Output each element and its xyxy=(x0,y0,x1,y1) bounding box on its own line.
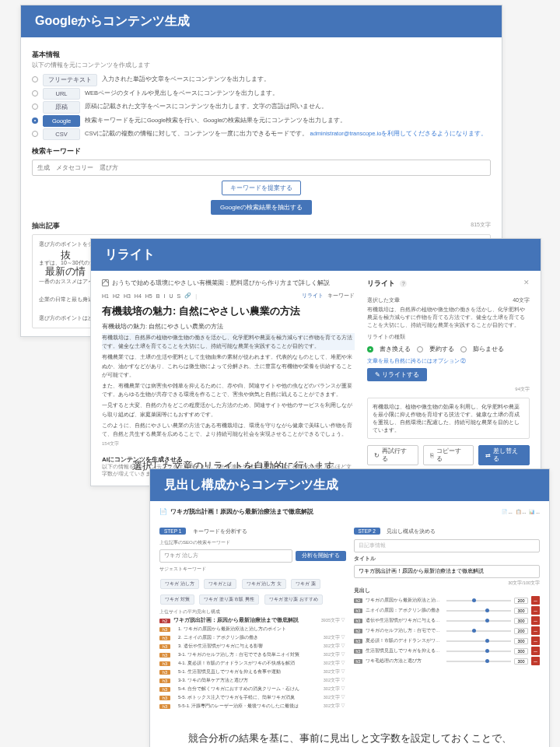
help-icon[interactable]: ? xyxy=(400,280,407,287)
tab-freetext[interactable]: フリーテキスト xyxy=(43,74,97,86)
btn-copy[interactable]: ⎘ コピーする xyxy=(423,445,474,465)
hint-input[interactable]: 目記事情報 xyxy=(354,539,541,552)
article-p3[interactable]: また、有機農業では病害虫や雑草を抑えるために、赤や白、関連サイトや他の虫などのバ… xyxy=(102,381,355,398)
document-title[interactable]: おうちで始める環境にやさしい有機菜園：肥料選びから作り方まで詳しく解説 xyxy=(112,279,330,287)
tb-keyword-label[interactable]: キーワード xyxy=(327,292,355,300)
mode-label: リライトの種類 xyxy=(367,333,530,341)
btn-extract-results[interactable]: Googleの検索結果を抽出する xyxy=(211,200,312,215)
mode-expand[interactable]: 膨らませる xyxy=(473,345,504,353)
slider-value[interactable]: 300 xyxy=(514,638,528,644)
tb-h3[interactable]: H3 xyxy=(124,293,131,299)
heading-title: 3. 遺伝や生活習慣がワキガに与える影響 xyxy=(173,643,320,650)
heading-row[interactable]: h3 2. ニオイの原因：アポクリン腺の働き 302文字 ▽ xyxy=(159,634,346,641)
heading-row[interactable]: h3 4-1. 夏必須！市販のデオドランスがワキの不快感を解消 302文字 ▽ xyxy=(159,660,346,667)
tb-italic[interactable]: I xyxy=(163,293,165,299)
btn-suggest-keywords[interactable]: キーワードを提案する xyxy=(222,181,301,195)
wizard-title[interactable]: ワキガ脱出計画！原因から最新治療法まで徹底解説 xyxy=(170,507,313,516)
radio-summarize-mode[interactable] xyxy=(417,346,423,352)
delete-icon[interactable]: – xyxy=(531,647,540,655)
article-sub-heading[interactable]: 有機栽培の魅力: 自然にやさしい農業の方法 xyxy=(102,323,355,331)
radio-freetext[interactable] xyxy=(32,76,38,82)
tb-bold[interactable]: B xyxy=(156,293,160,299)
article-p5[interactable]: このように、自然にやさしい農業の方法である有機栽培は、環境を守りながら健康で美味… xyxy=(102,421,355,438)
close-icon[interactable]: ✕ xyxy=(523,279,530,286)
slider-track[interactable] xyxy=(446,630,511,632)
heading-row[interactable]: h3 3. 遺伝や生活習慣がワキガに与える影響 302文字 ▽ xyxy=(159,643,346,650)
mode-rewrite[interactable]: 書き換える xyxy=(380,345,411,353)
tab-csv[interactable]: CSV xyxy=(43,128,80,140)
title-input[interactable]: ワキガ脱出計画！原因から最新治療法まで徹底解説 xyxy=(354,565,541,578)
chip[interactable]: ワキガ 薬 xyxy=(291,579,320,589)
delete-icon[interactable]: – xyxy=(531,606,540,615)
wiz-icon-2[interactable]: 📋 ... xyxy=(516,509,527,514)
article-p2[interactable]: 有機農業では、土壌の生活や肥料として生物由来の素材が使われます。代表的なものとし… xyxy=(102,352,355,379)
heading-row[interactable]: h3 5-5. ボトックス注入でワキガを手軽に、簡単ワキガ消臭 302文字 ▽ xyxy=(159,694,346,701)
radio-rewrite-mode[interactable] xyxy=(367,346,373,352)
chip[interactable]: ワキガとは xyxy=(204,579,236,589)
slider-title: 遺伝や生活習慣がワキガに与える影響 xyxy=(366,618,443,623)
heading-row[interactable]: h3 3-1. ワキガのセルフ治し方：自宅でできる簡単ニオイ対策 302文字 ▽ xyxy=(159,651,346,658)
tb-h1[interactable]: H1 xyxy=(102,293,109,299)
btn-retry[interactable]: ↻ 再試行する xyxy=(367,445,418,465)
slider-track[interactable] xyxy=(446,640,511,642)
slider-value[interactable]: 300 xyxy=(514,648,528,654)
delete-icon[interactable]: – xyxy=(531,637,540,645)
chip[interactable]: ワキガ 治し方 女 xyxy=(242,579,286,589)
heading-row[interactable]: h2 ワキガ脱出計画：原因から最新治療法まで徹底解説 3935文字 ▽ xyxy=(159,617,346,624)
delete-icon[interactable]: – xyxy=(531,626,540,635)
wiz-icon-3[interactable]: 📊 ... xyxy=(529,509,540,514)
slider-track[interactable] xyxy=(446,600,511,601)
slider-track[interactable] xyxy=(446,661,511,662)
tab-google[interactable]: Google xyxy=(43,115,80,127)
article-p4[interactable]: 一見すると大変、自然の力をどこの程度活かした方法のため、関連サイトや他のサービス… xyxy=(102,401,355,418)
pencil-icon xyxy=(102,279,109,286)
slider-value[interactable]: 200 xyxy=(514,628,528,634)
chip[interactable]: ワキガ 塗り薬 おすすめ xyxy=(264,594,323,605)
heading-row[interactable]: h3 5-4. 自分で解くワキガにおすすめの消臭クリーム・石けん 302文字 ▽ xyxy=(159,686,346,693)
tb-h2[interactable]: H2 xyxy=(113,293,120,299)
heading-row[interactable]: h3 1. ワキガの原因から最新治療法と治し方のポイント xyxy=(159,626,346,633)
btn-do-rewrite[interactable]: ✎ リライトする xyxy=(367,368,427,381)
delete-icon[interactable]: – xyxy=(531,596,540,605)
slider-value[interactable]: 300 xyxy=(514,658,528,665)
tb-link-icon[interactable]: 🔗 xyxy=(184,293,191,299)
article-p1-selected[interactable]: 有機栽培は、自然界の植物や微生物の働きを活かし、化学肥料や農薬を極力減らすに作物… xyxy=(102,333,355,350)
radio-csv[interactable] xyxy=(32,131,38,137)
kw-input[interactable]: 生成 メタセコリー 選び方 xyxy=(32,160,491,176)
tb-h4[interactable]: H4 xyxy=(135,293,142,299)
delete-icon[interactable]: – xyxy=(531,657,540,665)
tb-underline[interactable]: U xyxy=(169,293,173,299)
slider-track[interactable] xyxy=(446,620,511,622)
chip[interactable]: ワキガ 治し方 xyxy=(160,579,199,589)
tb-h5[interactable]: H5 xyxy=(145,293,152,299)
option-link[interactable]: 文章を最も自然に誇るにはオプション ② xyxy=(367,358,530,365)
article-main-heading[interactable]: 有機栽培の魅力: 自然にやさしい農業の方法 xyxy=(102,304,355,318)
tab-url[interactable]: URL xyxy=(43,88,80,100)
csv-email-link[interactable]: administrator@transcope.ioを利用してくださるようになり… xyxy=(310,130,488,137)
radio-url[interactable] xyxy=(32,90,38,96)
generated-text-box[interactable]: 有機栽培は、植物や微生物の効果を利用し、化学肥料や農薬を最小限に抑え作物を育培す… xyxy=(367,398,530,439)
btn-replace[interactable]: ⇄ 差し替える xyxy=(478,445,530,465)
slider-value[interactable]: 300 xyxy=(514,608,528,614)
heading-row[interactable]: h3 3-3. ワキの簡単ケア方法と選び方 302文字 ▽ xyxy=(159,677,346,684)
slider-value[interactable]: 300 xyxy=(514,618,528,624)
delete-icon[interactable]: – xyxy=(531,616,540,625)
kw-input-field[interactable]: ワキガ 治し方 xyxy=(159,549,292,563)
radio-google[interactable] xyxy=(32,117,38,124)
slider-track[interactable] xyxy=(446,651,511,652)
btn-analyze[interactable]: 分析を開始する xyxy=(296,551,346,561)
tb-strike[interactable]: S xyxy=(177,293,180,299)
heading-row[interactable]: h3 5-5-1. 汗腺専門のレーザー治療・最後ワキのしたに最後は 302文字 … xyxy=(159,703,346,710)
wiz-icon-1[interactable]: 📄 ... xyxy=(502,509,513,514)
heading-tag: h2 xyxy=(159,619,170,623)
chip[interactable]: ワキガ 対策 xyxy=(160,594,194,605)
radio-expand-mode[interactable] xyxy=(460,346,467,352)
slider-value[interactable]: 200 xyxy=(514,598,528,604)
radio-draft[interactable] xyxy=(32,103,38,110)
tb-rewrite-label[interactable]: リライト xyxy=(302,292,324,300)
chip[interactable]: ワキガ 塗り薬 市販 男性 xyxy=(199,594,259,605)
tab-draft[interactable]: 原稿 xyxy=(43,101,80,114)
mode-summarize[interactable]: 要約する xyxy=(429,345,454,353)
slider-track[interactable] xyxy=(446,610,511,612)
heading-row[interactable]: h3 5-1. 生活習慣見直しでワキガを抑える食事や運動 302文字 ▽ xyxy=(159,668,346,675)
